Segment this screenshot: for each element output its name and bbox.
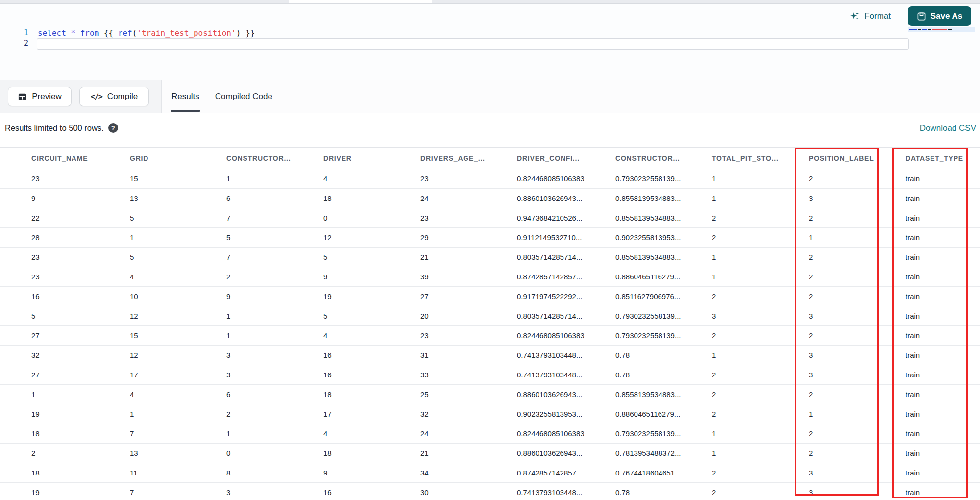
minimap-mark: [928, 29, 931, 30]
table-cell: 23: [0, 169, 98, 189]
table-cell: 0.78: [584, 346, 681, 365]
active-line-cursor-box[interactable]: [37, 38, 909, 50]
question-mark-icon[interactable]: ?: [108, 123, 118, 133]
table-row: 23575210.8035714285714...0.8558139534883…: [0, 248, 980, 267]
table-cell: 0.7413793103448...: [486, 365, 584, 385]
table-cell: 1: [195, 306, 292, 326]
file-tab-strip: [0, 0, 980, 4]
tab-compiled-code[interactable]: Compiled Code: [214, 80, 273, 113]
table-body: 231514230.8244680851063830.7930232558139…: [0, 169, 980, 500]
column-header: DRIVER: [292, 148, 389, 169]
compile-button[interactable]: </> Compile: [79, 87, 149, 106]
table-cell: train: [874, 404, 980, 424]
table-row: 231514230.8244680851063830.7930232558139…: [0, 169, 980, 189]
table-row: 213018210.8860103626943...0.781395348837…: [0, 444, 980, 463]
table-cell: 18: [0, 463, 98, 483]
table-cell: 0.7930232558139...: [584, 306, 681, 326]
table-cell: 29: [389, 228, 486, 248]
table-cell: 16: [292, 365, 389, 385]
table-cell: 2: [681, 483, 778, 500]
save-as-button[interactable]: Save As: [908, 6, 971, 26]
table-cell: 0.8511627906976...: [584, 287, 681, 306]
format-button[interactable]: Format: [849, 11, 891, 22]
code-token: [75, 28, 80, 38]
table-row: 271514230.8244680851063830.7930232558139…: [0, 326, 980, 346]
table-cell: 24: [389, 189, 486, 208]
table-row: 181189340.8742857142857...0.767441860465…: [0, 463, 980, 483]
table-cell: 0.824468085106383: [486, 424, 584, 444]
table-cell: 0.9473684210526...: [486, 208, 584, 228]
preview-label: Preview: [32, 92, 61, 101]
table-cell: 2: [681, 228, 778, 248]
code-token: ) }}: [236, 28, 255, 38]
table-cell: 9: [292, 463, 389, 483]
table-cell: 0.7930232558139...: [584, 424, 681, 444]
table-cell: 34: [389, 463, 486, 483]
code-token: *: [71, 28, 75, 38]
active-file-tab[interactable]: [289, 0, 432, 3]
table-cell: 2: [778, 444, 874, 463]
table-cell: 15: [98, 326, 195, 346]
table-cell: 0.8860103626943...: [486, 444, 584, 463]
code-line-1[interactable]: select * from {{ ref('train_test_positio…: [38, 28, 255, 38]
table-cell: 9: [0, 189, 98, 208]
table-cell: 7: [195, 208, 292, 228]
table-cell: 33: [389, 365, 486, 385]
table-cell: 19: [292, 287, 389, 306]
download-csv-link[interactable]: Download CSV: [920, 124, 976, 133]
table-cell: 12: [98, 306, 195, 326]
code-minimap[interactable]: [908, 27, 975, 32]
table-cell: 20: [389, 306, 486, 326]
table-cell: 1: [195, 424, 292, 444]
table-cell: 0.8860465116279...: [584, 404, 681, 424]
table-cell: train: [874, 463, 980, 483]
table-cell: 4: [292, 169, 389, 189]
table-cell: 2: [195, 404, 292, 424]
table-cell: 0.78: [584, 483, 681, 500]
table-cell: train: [874, 346, 980, 365]
table-cell: train: [874, 228, 980, 248]
table-cell: 17: [292, 404, 389, 424]
table-cell: 0.8035714285714...: [486, 306, 584, 326]
table-cell: 16: [0, 287, 98, 306]
preview-button[interactable]: Preview: [8, 87, 72, 106]
table-cell: 2: [681, 365, 778, 385]
sql-editor[interactable]: 1 2 select * from {{ ref('train_test_pos…: [0, 4, 980, 80]
table-cell: 2: [778, 326, 874, 346]
table-cell: 23: [0, 267, 98, 287]
table-cell: 2: [778, 424, 874, 444]
table-cell: 18: [292, 189, 389, 208]
table-cell: 0.8558139534883...: [584, 385, 681, 404]
tab-results[interactable]: Results: [171, 80, 200, 113]
table-cell: train: [874, 365, 980, 385]
row-limit-note: Results limited to 500 rows. ?: [5, 123, 118, 133]
format-label: Format: [864, 11, 891, 21]
table-cell: 32: [389, 404, 486, 424]
table-row: 3212316310.7413793103448...0.7813train: [0, 346, 980, 365]
table-cell: 0.8742857142857...: [486, 463, 584, 483]
table-cell: train: [874, 287, 980, 306]
table-cell: 1: [98, 404, 195, 424]
table-cell: 21: [389, 248, 486, 267]
table-cell: train: [874, 385, 980, 404]
table-row: 281512290.9112149532710...0.902325581395…: [0, 228, 980, 248]
table-cell: 0.7813953488372...: [584, 444, 681, 463]
table-cell: 0.7413793103448...: [486, 483, 584, 500]
table-cell: 0.8860465116279...: [584, 267, 681, 287]
results-table: CIRCUIT_NAMEGRIDCONSTRUCTOR...DRIVERDRIV…: [0, 147, 980, 500]
table-cell: 1: [778, 228, 874, 248]
table-cell: 7: [195, 248, 292, 267]
table-cell: train: [874, 267, 980, 287]
table-row: 22570230.9473684210526...0.8558139534883…: [0, 208, 980, 228]
table-cell: 23: [0, 248, 98, 267]
table-cell: 1: [681, 189, 778, 208]
table-row: 2717316330.7413793103448...0.7823train: [0, 365, 980, 385]
save-as-label: Save As: [931, 11, 963, 21]
column-header: CONSTRUCTOR...: [195, 148, 292, 169]
column-header: DRIVERS_AGE_...: [389, 148, 486, 169]
table-cell: 12: [98, 346, 195, 365]
table-cell: 7: [98, 483, 195, 500]
table-cell: 31: [389, 346, 486, 365]
table-cell: 9: [292, 267, 389, 287]
table-cell: 0.8860103626943...: [486, 189, 584, 208]
